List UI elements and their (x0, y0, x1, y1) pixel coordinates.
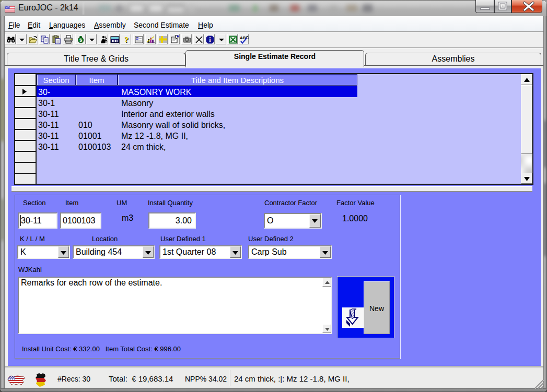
svg-text:$: $ (79, 38, 82, 43)
svg-text:?: ? (124, 35, 129, 44)
